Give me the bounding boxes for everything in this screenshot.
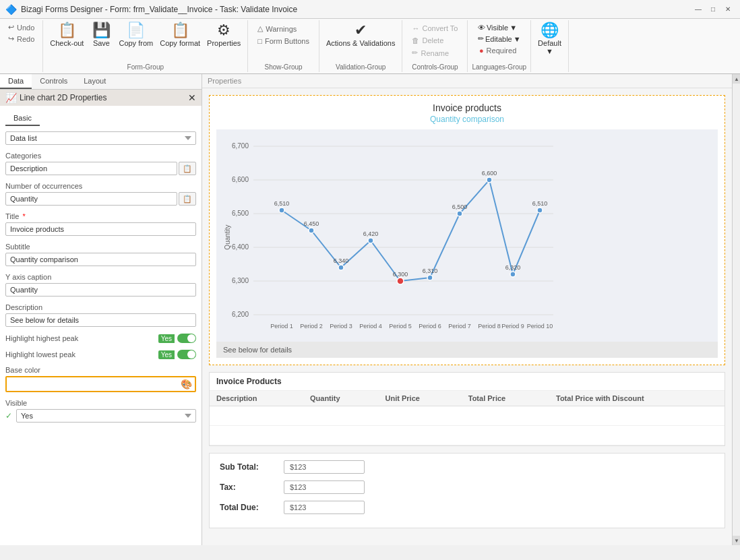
- copy-format-button[interactable]: 📋 Copy format: [157, 22, 203, 49]
- chart-subtitle: Quantity comparison: [216, 115, 718, 124]
- base-color-input[interactable]: [7, 378, 178, 390]
- save-button[interactable]: 💾 Save: [88, 22, 115, 49]
- scroll-down-button[interactable]: ▼: [733, 536, 740, 545]
- required-icon: ●: [479, 46, 484, 55]
- data-list-group: Data list: [5, 131, 196, 145]
- basic-tab[interactable]: Basic: [5, 111, 40, 126]
- svg-text:Period 7: Period 7: [448, 323, 471, 330]
- visible-dropdown[interactable]: Yes: [16, 409, 196, 423]
- occurrences-btn[interactable]: 📋: [179, 192, 196, 206]
- col-total-discount: Total Price with Discount: [549, 391, 724, 406]
- close-button[interactable]: ✕: [721, 5, 735, 14]
- highlight-highest-label: Highlight highest peak: [5, 334, 78, 342]
- svg-point-29: [457, 211, 462, 216]
- svg-text:Period 3: Period 3: [330, 323, 352, 330]
- visible-row: ✓ Yes: [5, 409, 196, 423]
- svg-text:6,500: 6,500: [452, 204, 468, 210]
- form-buttons-button[interactable]: □ Form Buttons: [253, 36, 313, 46]
- tax-label: Tax:: [220, 483, 274, 492]
- redo-button[interactable]: ↪ Redo: [4, 33, 38, 44]
- left-panel: Data Controls Layout 📈 Line chart 2D Pro…: [0, 74, 202, 545]
- editable-button[interactable]: ✏ Editable ▼: [475, 34, 524, 44]
- total-due-input[interactable]: [284, 501, 365, 514]
- redo-icon: ↪: [8, 34, 14, 43]
- description-input[interactable]: [5, 313, 196, 327]
- occurrences-input-row: 📋: [5, 192, 196, 206]
- visible-icon: 👁: [478, 24, 485, 32]
- svg-text:6,510: 6,510: [532, 200, 548, 207]
- title-required: *: [22, 212, 25, 220]
- svg-point-31: [510, 272, 516, 277]
- window-title: Bizagi Forms Designer - Form: frm_Valida…: [21, 5, 297, 14]
- validation-items: ✔ Actions & Validations: [323, 22, 398, 62]
- invoice-table: Description Quantity Unit Price Total Pr…: [210, 391, 724, 445]
- svg-text:Quantity: Quantity: [224, 224, 231, 249]
- required-button[interactable]: ● Required: [475, 45, 524, 56]
- svg-text:6,310: 6,310: [423, 268, 438, 274]
- data-list-dropdown[interactable]: Data list: [5, 131, 196, 145]
- svg-text:6,200: 6,200: [232, 311, 249, 318]
- undo-button[interactable]: ↩ Undo: [4, 22, 38, 33]
- line-chart-icon: 📈: [5, 92, 17, 103]
- default-button[interactable]: 🌐 Default ▼: [535, 22, 564, 57]
- languages-group-label: languages-group: [472, 62, 526, 71]
- svg-text:Period 5: Period 5: [389, 323, 412, 330]
- delete-button[interactable]: 🗑 Delete: [408, 35, 462, 46]
- scroll-up-button[interactable]: ▲: [733, 74, 740, 84]
- occurrences-label: Number of occurrences: [5, 182, 196, 190]
- close-panel-button[interactable]: ✕: [188, 92, 196, 103]
- highlight-highest-yes: Yes: [158, 334, 175, 343]
- visible-button[interactable]: 👁 Visible ▼: [475, 23, 524, 32]
- tab-layout[interactable]: Layout: [75, 74, 114, 89]
- sub-total-input[interactable]: [284, 460, 365, 474]
- minimize-button[interactable]: —: [691, 5, 705, 14]
- y-axis-input[interactable]: [5, 283, 196, 297]
- convert-to-button[interactable]: ↔ Convert To: [408, 23, 462, 34]
- svg-point-32: [537, 208, 543, 213]
- actions-validations-button[interactable]: ✔ Actions & Validations: [323, 22, 398, 49]
- svg-point-27: [397, 278, 404, 284]
- occurrences-input[interactable]: [5, 192, 177, 206]
- subtitle-input[interactable]: [5, 253, 196, 266]
- controls-group-label: controls-group: [412, 62, 458, 71]
- maximize-button[interactable]: □: [706, 5, 720, 14]
- occurrences-group: Number of occurrences 📋: [5, 182, 196, 206]
- categories-btn[interactable]: 📋: [179, 162, 196, 175]
- rename-button[interactable]: ✏ Rename: [408, 47, 462, 59]
- table-header-row: Description Quantity Unit Price Total Pr…: [210, 391, 724, 406]
- title-group: Title *: [5, 212, 196, 236]
- svg-text:Period 2: Period 2: [300, 323, 323, 330]
- tax-input[interactable]: [284, 480, 365, 494]
- properties-header: Properties: [202, 74, 732, 88]
- ribbon-group-default: 🌐 Default ▼: [531, 20, 569, 72]
- left-panel-tabs: Data Controls Layout: [0, 74, 202, 90]
- warnings-button[interactable]: △ Warnings: [253, 23, 313, 34]
- svg-text:Period 10: Period 10: [527, 323, 553, 330]
- tab-controls[interactable]: Controls: [32, 74, 75, 89]
- controls-col: ↔ Convert To 🗑 Delete ✏ Rename: [406, 22, 463, 60]
- ribbon: ↩ Undo ↪ Redo 📋 Check-out 💾 Save 📄: [0, 19, 740, 74]
- line-chart-svg: 6,700 6,600 6,500 6,400 6,300 6,200 Quan…: [223, 136, 560, 338]
- svg-text:Period 9: Period 9: [501, 323, 524, 330]
- properties-button[interactable]: ⚙ Properties: [204, 22, 243, 49]
- highlight-highest-switch[interactable]: [177, 334, 196, 343]
- checkout-button[interactable]: 📋 Check-out: [47, 22, 86, 49]
- total-due-label: Total Due:: [220, 503, 274, 512]
- y-axis-group: Y axis caption: [5, 273, 196, 297]
- tax-row: Tax:: [220, 480, 714, 494]
- invoice-table-container: Invoice Products Description Quantity Un…: [209, 372, 725, 446]
- svg-point-23: [279, 208, 284, 213]
- lang-col: 👁 Visible ▼ ✏ Editable ▼ ● Required: [474, 22, 525, 57]
- ribbon-group-undoredo: ↩ Undo ↪ Redo: [0, 20, 43, 72]
- main-layout: Data Controls Layout 📈 Line chart 2D Pro…: [0, 74, 740, 545]
- right-panel: Properties Invoice products Quantity com…: [202, 74, 732, 545]
- visible-check-icon: ✓: [5, 411, 12, 421]
- copy-from-button[interactable]: 📄 Copy from: [116, 22, 156, 49]
- highlight-lowest-switch[interactable]: [177, 350, 196, 359]
- categories-input[interactable]: [5, 162, 177, 175]
- svg-point-24: [309, 228, 314, 233]
- color-picker-button[interactable]: 🎨: [178, 377, 195, 391]
- title-input[interactable]: [5, 222, 196, 236]
- tab-data[interactable]: Data: [0, 74, 32, 89]
- svg-text:6,300: 6,300: [232, 277, 249, 284]
